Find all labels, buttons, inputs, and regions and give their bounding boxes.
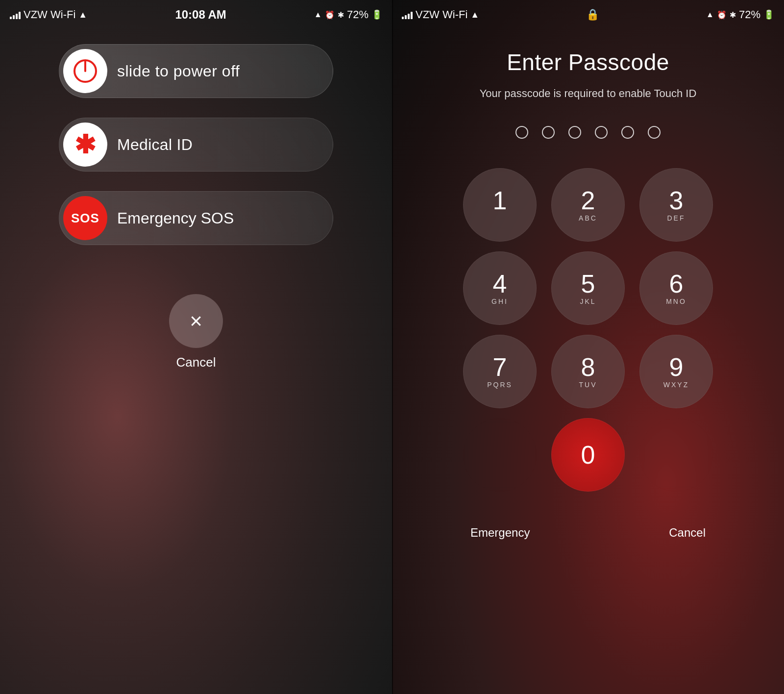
power-slider[interactable]: slide to power off xyxy=(59,44,333,98)
key-empty xyxy=(463,418,537,492)
right-battery-label: 72% xyxy=(739,8,760,21)
right-status-bar: VZW Wi-Fi ▲ 🔒 ▲ ⏰ ✱ 72% 🔋 xyxy=(392,0,784,29)
left-status-bar: VZW Wi-Fi ▲ 10:08 AM ▲ ⏰ ✱ 72% 🔋 xyxy=(0,0,392,29)
cancel-button[interactable]: × xyxy=(169,294,223,348)
carrier-label: VZW Wi-Fi xyxy=(24,8,75,21)
key-3[interactable]: 3 DEF xyxy=(639,168,713,242)
right-status-left: VZW Wi-Fi ▲ xyxy=(402,8,479,21)
right-carrier-label: VZW Wi-Fi xyxy=(416,8,467,21)
key-0[interactable]: 0 xyxy=(551,418,625,492)
emergency-sos-button[interactable]: SOS Emergency SOS xyxy=(59,191,333,245)
bluetooth-icon: ✱ xyxy=(338,10,344,20)
dot-2 xyxy=(542,126,555,139)
passcode-cancel-button[interactable]: Cancel xyxy=(659,521,715,545)
key-6[interactable]: 6 MNO xyxy=(639,251,713,325)
phone-divider xyxy=(392,0,393,694)
left-status-right: ▲ ⏰ ✱ 72% 🔋 xyxy=(314,8,382,21)
sos-icon-circle: SOS xyxy=(63,196,107,240)
alarm-icon: ⏰ xyxy=(325,10,335,20)
right-signal-bars xyxy=(402,10,413,19)
passcode-dots xyxy=(515,126,661,139)
emergency-link[interactable]: Emergency xyxy=(461,521,539,545)
dot-3 xyxy=(568,126,581,139)
battery-icon: 🔋 xyxy=(371,9,382,20)
passcode-bottom-row: Emergency Cancel xyxy=(461,521,715,545)
location-icon: ▲ xyxy=(314,10,322,19)
numpad: 1 2 ABC 3 DEF 4 GHI 5 JKL 6 MNO xyxy=(461,168,715,492)
key-backspace xyxy=(639,418,713,492)
left-status-left: VZW Wi-Fi ▲ xyxy=(10,8,87,21)
passcode-title: Enter Passcode xyxy=(507,49,669,75)
left-time: 10:08 AM xyxy=(175,8,226,22)
cancel-label: Cancel xyxy=(176,355,216,370)
wifi-icon: ▲ xyxy=(78,10,87,20)
medical-icon-circle: ✱ xyxy=(63,123,107,167)
key-7[interactable]: 7 PQRS xyxy=(463,335,537,408)
power-icon-circle xyxy=(63,49,107,93)
key-9[interactable]: 9 WXYZ xyxy=(639,335,713,408)
right-phone: VZW Wi-Fi ▲ 🔒 ▲ ⏰ ✱ 72% 🔋 Enter Passcode… xyxy=(392,0,784,694)
emergency-sos-label: Emergency SOS xyxy=(117,209,234,227)
left-phone-content: slide to power off ✱ Medical ID SOS Emer… xyxy=(0,29,392,385)
right-status-right: ▲ ⏰ ✱ 72% 🔋 xyxy=(706,8,774,21)
dot-1 xyxy=(515,126,528,139)
lock-icon: 🔒 xyxy=(586,8,599,21)
right-alarm-icon: ⏰ xyxy=(717,10,727,20)
key-2[interactable]: 2 ABC xyxy=(551,168,625,242)
signal-bars xyxy=(10,10,21,19)
key-1[interactable]: 1 xyxy=(463,168,537,242)
dot-4 xyxy=(595,126,608,139)
key-5[interactable]: 5 JKL xyxy=(551,251,625,325)
dot-6 xyxy=(648,126,661,139)
dot-5 xyxy=(621,126,634,139)
medical-id-label: Medical ID xyxy=(117,136,193,154)
left-phone: VZW Wi-Fi ▲ 10:08 AM ▲ ⏰ ✱ 72% 🔋 slide t… xyxy=(0,0,392,694)
passcode-content: Enter Passcode Your passcode is required… xyxy=(392,29,784,559)
key-4[interactable]: 4 GHI xyxy=(463,251,537,325)
medical-id-button[interactable]: ✱ Medical ID xyxy=(59,118,333,172)
power-icon xyxy=(73,59,98,83)
key-8[interactable]: 8 TUV xyxy=(551,335,625,408)
cancel-x-icon: × xyxy=(190,310,202,332)
battery-label: 72% xyxy=(347,8,368,21)
right-location-icon: ▲ xyxy=(706,10,714,19)
sos-icon-text: SOS xyxy=(71,211,99,226)
power-slider-label: slide to power off xyxy=(117,62,240,80)
right-bluetooth-icon: ✱ xyxy=(730,10,736,20)
cancel-section: × Cancel xyxy=(169,294,223,370)
medical-asterisk-icon: ✱ xyxy=(74,132,96,157)
passcode-subtitle: Your passcode is required to enable Touc… xyxy=(480,85,697,101)
right-battery-icon: 🔋 xyxy=(763,9,774,20)
right-wifi-icon: ▲ xyxy=(470,10,479,20)
